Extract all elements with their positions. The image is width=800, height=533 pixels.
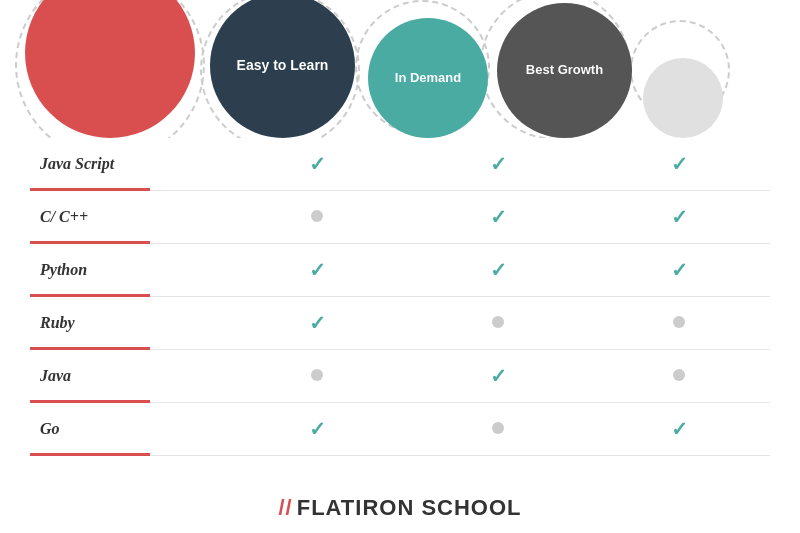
demand-go xyxy=(408,403,589,456)
growth-javascript: ✓ xyxy=(589,138,770,191)
demand-javascript: ✓ xyxy=(408,138,589,191)
growth-python: ✓ xyxy=(589,244,770,297)
check-icon: ✓ xyxy=(490,206,507,228)
demand-python: ✓ xyxy=(408,244,589,297)
table-row: C/ C++ ✓ ✓ xyxy=(30,191,770,244)
easy-javascript: ✓ xyxy=(227,138,408,191)
bubble-growth: Best Growth xyxy=(497,3,632,138)
footer: //FLATIRON SCHOOL xyxy=(0,479,800,533)
table-row: Go ✓ ✓ xyxy=(30,403,770,456)
footer-name: FLATIRON SCHOOL xyxy=(297,495,522,520)
check-icon: ✓ xyxy=(671,259,688,281)
bubble-growth-label: Best Growth xyxy=(526,62,603,79)
lang-ruby: Ruby xyxy=(30,297,227,350)
demand-cpp: ✓ xyxy=(408,191,589,244)
dot-icon xyxy=(673,316,685,328)
check-icon: ✓ xyxy=(671,206,688,228)
check-icon: ✓ xyxy=(490,365,507,387)
lang-cpp: C/ C++ xyxy=(30,191,227,244)
dot-icon xyxy=(492,316,504,328)
easy-ruby: ✓ xyxy=(227,297,408,350)
lang-java: Java xyxy=(30,350,227,403)
bubble-demand-label: In Demand xyxy=(395,70,461,87)
dot-icon xyxy=(311,210,323,222)
lang-python: Python xyxy=(30,244,227,297)
bubble-small xyxy=(643,58,723,138)
table-row: Java ✓ xyxy=(30,350,770,403)
easy-cpp xyxy=(227,191,408,244)
bubble-easy-label: Easy to Learn xyxy=(237,56,329,74)
growth-ruby xyxy=(589,297,770,350)
main-container: Easy to Learn In Demand Best Growth Java… xyxy=(0,0,800,533)
check-icon: ✓ xyxy=(490,153,507,175)
table-row: Ruby ✓ xyxy=(30,297,770,350)
check-icon: ✓ xyxy=(671,153,688,175)
lang-javascript: Java Script xyxy=(30,138,227,191)
dot-icon xyxy=(311,369,323,381)
comparison-table: Java Script ✓ ✓ ✓ C/ C++ ✓ ✓ Python ✓ ✓ xyxy=(0,138,800,479)
demand-ruby xyxy=(408,297,589,350)
check-icon: ✓ xyxy=(309,418,326,440)
growth-cpp: ✓ xyxy=(589,191,770,244)
header-bubbles: Easy to Learn In Demand Best Growth xyxy=(0,0,800,138)
demand-java: ✓ xyxy=(408,350,589,403)
check-icon: ✓ xyxy=(309,312,326,334)
check-icon: ✓ xyxy=(309,153,326,175)
dot-icon xyxy=(492,422,504,434)
bubble-demand: In Demand xyxy=(368,18,488,138)
easy-python: ✓ xyxy=(227,244,408,297)
lang-go: Go xyxy=(30,403,227,456)
easy-go: ✓ xyxy=(227,403,408,456)
table-row: Java Script ✓ ✓ ✓ xyxy=(30,138,770,191)
easy-java xyxy=(227,350,408,403)
growth-go: ✓ xyxy=(589,403,770,456)
growth-java xyxy=(589,350,770,403)
dot-icon xyxy=(673,369,685,381)
check-icon: ✓ xyxy=(309,259,326,281)
table-row: Python ✓ ✓ ✓ xyxy=(30,244,770,297)
check-icon: ✓ xyxy=(671,418,688,440)
footer-slash: // xyxy=(278,495,292,520)
check-icon: ✓ xyxy=(490,259,507,281)
